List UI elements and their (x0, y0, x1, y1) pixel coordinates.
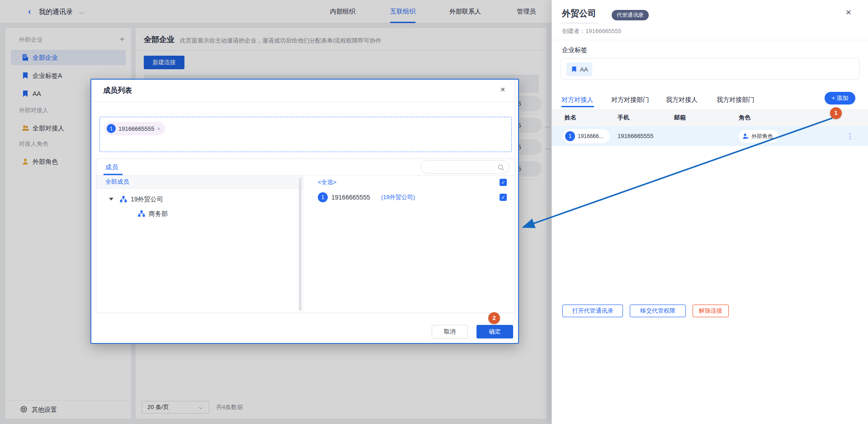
column-email: 邮箱 (674, 109, 686, 126)
search-box[interactable] (420, 160, 509, 174)
checkbox-checked[interactable] (500, 194, 507, 201)
transfer-managed-rights-button[interactable]: 移交代管权限 (630, 305, 686, 317)
member-list-dialog: 成员列表 × 1 19166665555 × 成员 全部成员 (90, 79, 519, 344)
divider (96, 188, 303, 189)
role-label: 外部角色 (751, 133, 773, 140)
company-tags-box[interactable]: AA (561, 58, 860, 80)
confirm-button[interactable]: 确定 (476, 325, 513, 338)
scrollbar[interactable] (299, 178, 302, 311)
remove-chip-icon[interactable]: × (157, 125, 161, 132)
member-org: (19外贸公司) (381, 191, 415, 204)
org-icon (138, 210, 145, 217)
tab-our-departments[interactable]: 我方对接部门 (717, 93, 755, 106)
step-2-badge: 2 (488, 312, 500, 324)
tag-chip[interactable]: AA (566, 62, 592, 76)
avatar: 1 (107, 124, 116, 133)
avatar: 1 (565, 131, 575, 141)
tab-their-departments[interactable]: 对方对接部门 (611, 93, 649, 106)
tree-root-header[interactable]: 全部成员 (96, 176, 303, 188)
column-role: 角色 (739, 109, 750, 126)
add-button[interactable]: + 添加 (825, 92, 855, 105)
column-phone: 手机 (618, 109, 629, 126)
column-name: 姓名 (565, 109, 576, 126)
tree-node-company[interactable]: 19外贸公司 (109, 192, 299, 206)
cancel-button[interactable]: 取消 (432, 325, 468, 338)
tree-node-department[interactable]: 商务部 (109, 207, 299, 220)
tab-our-liaisons[interactable]: 我方对接人 (666, 93, 698, 106)
divider (552, 40, 868, 40)
company-title: 外贸公司 (562, 7, 596, 20)
checkbox-checked[interactable] (500, 179, 507, 186)
company-detail-panel: × 外贸公司 代管通讯录 创建者：19166665555 企业标签 AA 对方对… (552, 0, 868, 424)
tree-root-label: 全部成员 (105, 176, 129, 188)
member-phone: 19166665555 (618, 126, 654, 146)
avatar: 1 (318, 192, 328, 202)
select-all-label: <全选> (318, 176, 336, 189)
search-input[interactable] (426, 161, 494, 173)
tag-label: AA (580, 66, 588, 73)
selected-members-input[interactable]: 1 19166665555 × (99, 117, 512, 152)
bookmark-icon (571, 66, 577, 72)
more-actions-icon[interactable]: ⋮ (847, 126, 854, 146)
search-icon (497, 164, 505, 171)
role-pill: 外部角色 (739, 130, 778, 143)
company-tag-section-label: 企业标签 (562, 45, 587, 54)
managed-directory-badge: 代管通讯录 (612, 10, 649, 20)
tree-node-label: 商务部 (149, 207, 168, 220)
creator-label: 创建者：19166665555 (562, 27, 622, 35)
step-1-badge: 1 (830, 107, 842, 119)
member-name: 19166665555 (331, 191, 370, 204)
tab-their-liaisons[interactable]: 对方对接人 (561, 93, 593, 106)
tab-members[interactable]: 成员 (105, 162, 118, 172)
open-managed-directory-button[interactable]: 打开代管通讯录 (562, 305, 623, 317)
member-picker: 成员 全部成员 19外贸公司 商务部 <全 (96, 158, 515, 313)
close-icon[interactable]: × (843, 6, 854, 18)
member-chip-label: 19166665555 (118, 125, 155, 132)
member-name-pill: 1 1916666... (563, 129, 610, 143)
active-tab-underline (561, 106, 594, 107)
table-row[interactable]: 1 1916666... 19166665555 外部角色 ⋮ (552, 126, 868, 146)
member-name: 1916666... (578, 129, 604, 143)
dialog-title: 成员列表 (103, 85, 132, 96)
member-row[interactable]: 1 19166665555 (19外贸公司) (303, 191, 516, 204)
close-icon[interactable]: × (497, 84, 508, 95)
select-all-row[interactable]: <全选> (303, 176, 516, 189)
dotted-underline (562, 23, 597, 24)
app-window: ‹ 我的通讯录 内部组织 互联组织 外部联系人 管理员 外部企业 + 全部企业 … (0, 0, 868, 424)
caret-down-icon[interactable] (109, 198, 113, 200)
table-header: 姓名 手机 邮箱 角色 (552, 109, 868, 126)
tree-node-label: 19外贸公司 (131, 192, 163, 206)
org-icon (120, 195, 127, 203)
disconnect-button[interactable]: 解除连接 (693, 305, 729, 317)
member-chip[interactable]: 1 19166665555 × (104, 122, 165, 135)
role-person-icon (742, 133, 749, 139)
divider (91, 101, 518, 102)
